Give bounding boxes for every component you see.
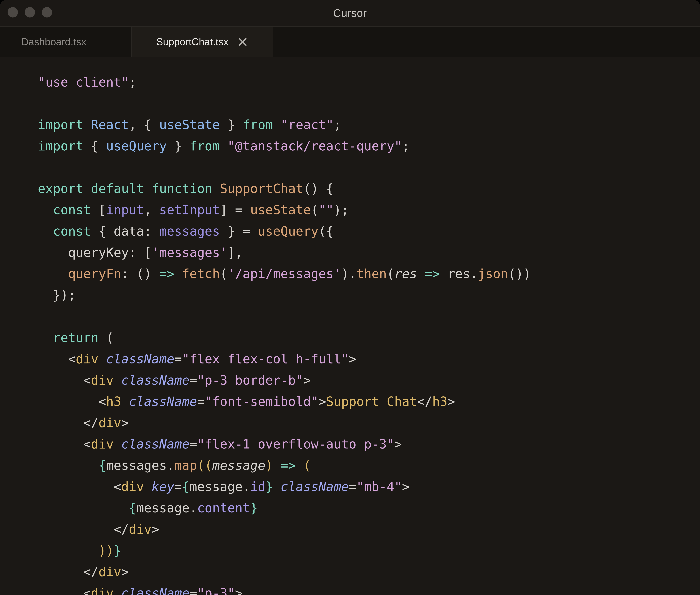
- code-token: SupportChat: [220, 181, 303, 196]
- code-token: ).: [341, 266, 356, 281]
- close-tab-icon[interactable]: ×: [237, 33, 248, 51]
- code-token: =: [349, 479, 356, 494]
- code-token: }: [250, 501, 258, 515]
- code-token: () {: [303, 181, 333, 196]
- code-token: <: [38, 479, 121, 494]
- code-token: ;: [129, 75, 136, 89]
- code-token: key: [152, 479, 174, 494]
- code-token: >: [121, 564, 129, 579]
- code-token: "mb-4": [356, 479, 402, 494]
- code-token: 'messages': [152, 245, 228, 260]
- code-token: div: [98, 564, 121, 579]
- code-token: [144, 479, 152, 494]
- code-token: h3: [106, 394, 121, 409]
- code-token: className: [121, 373, 189, 388]
- code-token: "": [319, 202, 333, 217]
- code-token: input: [106, 202, 144, 217]
- code-token: ;: [333, 117, 341, 132]
- code-token: return: [38, 330, 98, 345]
- code-token: res: [395, 266, 417, 281]
- code-token: [38, 543, 98, 558]
- code-token: (: [303, 458, 311, 473]
- code-token: "p-3 border-b": [197, 373, 303, 388]
- code-line: </div>: [38, 561, 700, 583]
- code-token: message.: [189, 479, 250, 494]
- code-token: =: [197, 394, 205, 409]
- code-token: }: [265, 479, 273, 494]
- code-line: [38, 306, 700, 327]
- code-token: </: [38, 416, 98, 430]
- code-token: )): [98, 543, 114, 558]
- code-token: [38, 458, 98, 473]
- code-token: id: [250, 479, 265, 494]
- code-line: </div>: [38, 519, 700, 540]
- code-token: >: [152, 522, 159, 537]
- code-token: fetch: [182, 266, 220, 281]
- code-token: (: [220, 266, 227, 281]
- code-token: ()): [508, 266, 531, 281]
- code-editor[interactable]: "use client";import React, { useState } …: [0, 58, 700, 595]
- code-token: div: [121, 479, 144, 494]
- code-token: "react": [281, 117, 333, 132]
- zoom-window-icon[interactable]: [42, 7, 52, 18]
- code-token: =>: [159, 266, 174, 281]
- code-token: : (): [121, 266, 159, 281]
- code-line: const [input, setInput] = useState("");: [38, 199, 700, 221]
- code-token: className: [106, 351, 174, 366]
- code-line: import React, { useState } from "react";: [38, 114, 700, 136]
- close-window-icon[interactable]: [7, 7, 18, 18]
- code-token: export default function: [38, 181, 220, 196]
- code-token: message.: [136, 501, 197, 515]
- code-token: });: [38, 288, 76, 303]
- code-token: from: [189, 139, 228, 153]
- code-token: <: [38, 373, 91, 388]
- code-token: div: [91, 373, 114, 388]
- code-token: const: [38, 202, 91, 217]
- code-token: ((: [197, 458, 212, 473]
- code-token: "font-semibold": [205, 394, 319, 409]
- code-line: const { data: messages } = useQuery({: [38, 221, 700, 242]
- code-token: div: [91, 437, 114, 451]
- code-token: [114, 437, 121, 451]
- code-token: ({: [319, 224, 333, 238]
- code-token: queryKey: [: [38, 245, 152, 260]
- tab-supportchat[interactable]: SupportChat.tsx ×: [131, 27, 273, 57]
- code-token: json: [478, 266, 508, 281]
- code-token: (: [98, 330, 114, 345]
- code-token: message: [212, 458, 265, 473]
- code-token: [296, 458, 303, 473]
- code-token: =: [189, 373, 197, 388]
- tab-dashboard-label: Dashboard.tsx: [21, 36, 86, 48]
- code-token: </: [417, 394, 432, 409]
- code-line: import { useQuery } from "@tanstack/reac…: [38, 136, 700, 157]
- code-line: <div key={message.id} className="mb-4">: [38, 476, 700, 498]
- code-token: {: [182, 479, 189, 494]
- code-token: =>: [281, 458, 296, 473]
- code-token: messages: [106, 458, 167, 473]
- code-token: [114, 586, 121, 595]
- code-token: queryFn: [38, 266, 121, 281]
- code-token: '/api/messages': [228, 266, 341, 281]
- code-token: res.: [440, 266, 478, 281]
- code-token: useState: [159, 117, 220, 132]
- code-line: export default function SupportChat() {: [38, 178, 700, 199]
- code-token: =: [189, 586, 197, 595]
- code-token: Support Chat: [326, 394, 417, 409]
- code-token: .: [167, 458, 174, 473]
- code-line: [38, 93, 700, 114]
- minimize-window-icon[interactable]: [25, 7, 35, 18]
- code-line: [38, 157, 700, 178]
- code-token: >: [395, 437, 402, 451]
- code-token: ): [265, 458, 273, 473]
- code-token: >: [303, 373, 311, 388]
- code-token: [121, 394, 129, 409]
- code-token: (: [387, 266, 395, 281]
- code-token: div: [129, 522, 152, 537]
- code-token: =: [174, 351, 182, 366]
- code-token: >: [319, 394, 326, 409]
- tab-dashboard[interactable]: Dashboard.tsx: [0, 27, 131, 57]
- code-token: >: [121, 416, 129, 430]
- editor-window: Cursor Dashboard.tsx SupportChat.tsx × "…: [0, 0, 700, 595]
- code-token: <: [38, 437, 91, 451]
- code-line: {message.content}: [38, 498, 700, 519]
